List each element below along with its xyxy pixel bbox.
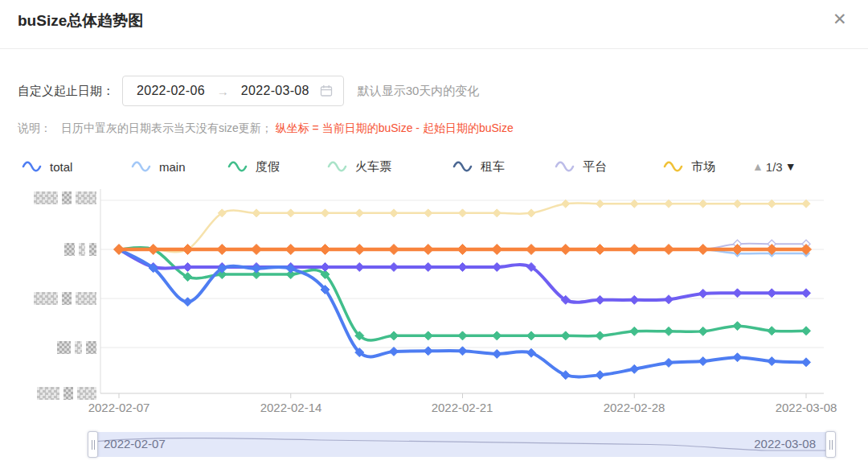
series-marker-unlabeled-cream (legend page 2/3) xyxy=(252,209,260,217)
series-marker-unlabeled-purple (legend page 2/3) xyxy=(424,262,432,271)
datazoom-start-label: 2022-02-07 xyxy=(104,437,166,450)
series-marker-unlabeled-purple (legend page 2/3) xyxy=(390,262,399,271)
series-marker-unlabeled-purple (legend page 2/3) xyxy=(596,295,604,304)
series-marker-度假 xyxy=(802,327,811,335)
series-marker-total xyxy=(596,371,604,380)
series-marker-unlabeled-cream (legend page 2/3) xyxy=(459,209,467,217)
series-marker-unlabeled-purple (legend page 2/3) xyxy=(493,262,502,271)
series-marker-unlabeled-cream (legend page 2/3) xyxy=(424,209,432,217)
series-marker-unlabeled-purple (legend page 2/3) xyxy=(665,295,674,304)
series-marker-unlabeled-purple (legend page 2/3) xyxy=(321,262,330,271)
series-marker-unlabeled-cream (legend page 2/3) xyxy=(287,209,295,217)
series-marker-unlabeled-orange (legend page 2/3) xyxy=(629,245,640,255)
x-tick-label: 2022-02-07 xyxy=(88,401,150,414)
series-marker-度假 xyxy=(458,331,467,340)
x-tick-label: 2022-02-21 xyxy=(432,401,493,414)
series-marker-unlabeled-orange (legend page 2/3) xyxy=(457,245,468,255)
series-marker-unlabeled-cream (legend page 2/3) xyxy=(734,200,742,208)
series-marker-unlabeled-cream (legend page 2/3) xyxy=(390,209,398,217)
series-marker-total xyxy=(665,358,674,367)
series-marker-度假 xyxy=(424,331,432,340)
series-marker-度假 xyxy=(390,331,399,340)
trend-line-chart[interactable] xyxy=(0,0,868,469)
datazoom-slider: 2022-02-07 2022-03-08 xyxy=(88,432,837,457)
series-marker-unlabeled-purple (legend page 2/3) xyxy=(630,295,639,304)
datazoom-right-handle[interactable] xyxy=(825,431,836,458)
x-tick-label: 2022-02-28 xyxy=(604,401,665,414)
series-marker-unlabeled-cream (legend page 2/3) xyxy=(665,200,673,208)
x-tick-label: 2022-03-08 xyxy=(776,401,837,414)
datazoom-preview-line xyxy=(88,432,837,457)
series-marker-total xyxy=(802,358,811,367)
series-marker-unlabeled-purple (legend page 2/3) xyxy=(768,289,776,298)
series-marker-unlabeled-purple (legend page 2/3) xyxy=(355,262,364,271)
series-marker-unlabeled-orange (legend page 2/3) xyxy=(285,245,296,255)
series-marker-unlabeled-cream (legend page 2/3) xyxy=(596,200,604,208)
series-marker-unlabeled-orange (legend page 2/3) xyxy=(217,245,227,255)
series-marker-unlabeled-cream (legend page 2/3) xyxy=(321,209,330,217)
series-marker-unlabeled-purple (legend page 2/3) xyxy=(458,262,467,271)
series-marker-unlabeled-cream (legend page 2/3) xyxy=(768,200,776,208)
series-marker-unlabeled-orange (legend page 2/3) xyxy=(698,245,708,255)
series-marker-unlabeled-cream (legend page 2/3) xyxy=(527,209,535,217)
series-marker-unlabeled-cream (legend page 2/3) xyxy=(630,200,638,208)
series-marker-unlabeled-cream (legend page 2/3) xyxy=(699,200,707,208)
series-marker-unlabeled-cream (legend page 2/3) xyxy=(802,200,810,208)
series-marker-unlabeled-purple (legend page 2/3) xyxy=(698,289,707,298)
series-marker-unlabeled-orange (legend page 2/3) xyxy=(320,245,330,255)
datazoom-end-label: 2022-03-08 xyxy=(754,437,816,450)
series-marker-度假 xyxy=(493,331,502,340)
series-marker-unlabeled-cream (legend page 2/3) xyxy=(493,209,501,217)
series-marker-total xyxy=(768,357,776,366)
series-marker-unlabeled-purple (legend page 2/3) xyxy=(183,262,192,271)
series-marker-total xyxy=(493,349,502,358)
series-marker-度假 xyxy=(630,327,639,335)
series-marker-度假 xyxy=(733,322,742,331)
series-marker-度假 xyxy=(527,331,536,340)
series-marker-unlabeled-purple (legend page 2/3) xyxy=(733,289,742,298)
series-marker-unlabeled-orange (legend page 2/3) xyxy=(492,245,502,255)
series-marker-度假 xyxy=(698,327,707,335)
series-marker-度假 xyxy=(596,331,604,340)
series-marker-unlabeled-orange (legend page 2/3) xyxy=(354,245,365,255)
series-marker-unlabeled-orange (legend page 2/3) xyxy=(526,245,537,255)
series-marker-total xyxy=(733,353,742,362)
series-marker-unlabeled-orange (legend page 2/3) xyxy=(595,245,605,255)
series-marker-unlabeled-orange (legend page 2/3) xyxy=(560,245,571,255)
series-marker-unlabeled-orange (legend page 2/3) xyxy=(389,245,399,255)
series-marker-度假 xyxy=(768,327,776,335)
series-marker-度假 xyxy=(665,327,674,335)
series-marker-total xyxy=(698,357,707,366)
series-marker-unlabeled-orange (legend page 2/3) xyxy=(423,245,433,255)
busize-trend-dialog: { "dialog": { "title": "buSize总体趋势图", "c… xyxy=(0,0,868,469)
series-marker-unlabeled-purple (legend page 2/3) xyxy=(802,289,811,298)
series-marker-unlabeled-cream (legend page 2/3) xyxy=(355,209,363,217)
series-marker-total xyxy=(630,364,639,373)
series-marker-unlabeled-cream (legend page 2/3) xyxy=(562,200,570,208)
series-marker-unlabeled-orange (legend page 2/3) xyxy=(664,245,674,255)
series-marker-unlabeled-orange (legend page 2/3) xyxy=(252,245,262,255)
x-tick-label: 2022-02-14 xyxy=(260,401,322,414)
series-marker-total xyxy=(527,348,536,357)
datazoom-left-handle[interactable] xyxy=(88,431,98,458)
series-marker-total xyxy=(390,347,399,356)
series-marker-度假 xyxy=(561,331,570,340)
